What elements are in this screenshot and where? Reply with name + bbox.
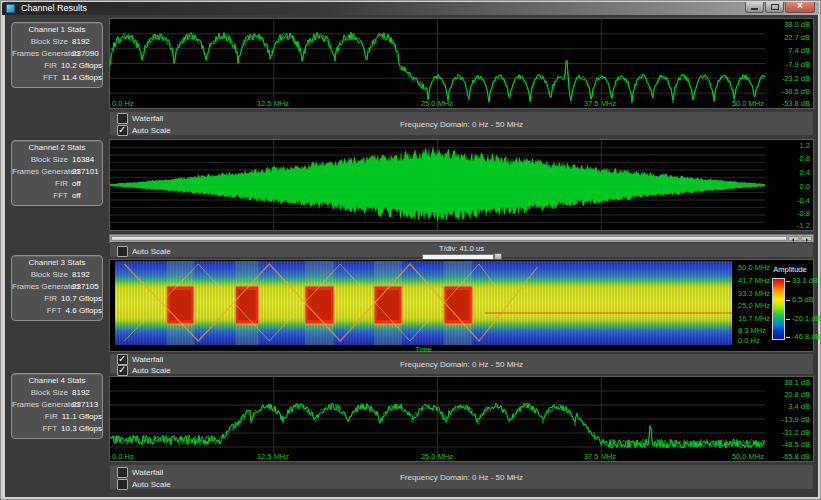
channel-1-stats-panel: Channel 1 Stats Block Size8192 Frames Ge… — [11, 22, 103, 88]
stat-row: Block Size8192 — [12, 36, 102, 48]
channel-2-time-plot[interactable]: 1.2 0.8 0.4 0.0 -0.4 -0.8 -1.2 — [109, 139, 814, 231]
stat-row: Frames Generated237105 — [12, 281, 102, 293]
channel-2-stats-panel: Channel 2 Stats Block Size16384 Frames G… — [11, 140, 103, 206]
stat-row: Frames Generated237113 — [12, 399, 102, 411]
channel-3-stats-panel: Channel 3 Stats Block Size8192 Frames Ge… — [11, 255, 103, 321]
stat-label: FIR — [12, 411, 58, 423]
y-axis-tick: 3.4 dB — [788, 402, 810, 411]
titlebar[interactable]: Channel Results — [2, 2, 819, 15]
spectrogram-area[interactable] — [115, 261, 732, 345]
stat-value: off — [72, 190, 81, 202]
stat-value: 8192 — [72, 387, 90, 399]
y-axis-tick: -1.2 — [797, 221, 810, 230]
autoscale-checkbox-row[interactable]: Auto Scale — [117, 246, 171, 257]
y-axis-tick: -23.2 dB — [782, 74, 810, 83]
y-axis-tick: -65.8 dB — [782, 452, 810, 461]
maximize-button[interactable] — [765, 2, 784, 13]
stat-label: Block Size — [12, 36, 68, 48]
colorbar-tick-mark — [786, 337, 790, 338]
stat-row: FFT4.6 Gflops — [12, 305, 102, 317]
domain-caption: Frequency Domain: 0 Hz - 50 MHz — [110, 473, 813, 482]
stat-value: 8192 — [72, 36, 90, 48]
stat-label: Frames Generated — [12, 166, 68, 178]
y-axis-tick: 0.4 — [800, 168, 810, 177]
y-axis-tick: -48.5 dB — [782, 440, 810, 449]
panel-title: Channel 3 Stats — [12, 256, 102, 269]
stat-value: 237090 — [72, 48, 99, 60]
autoscale-checkbox-label: Auto Scale — [132, 247, 171, 256]
stat-value: 10.3 Gflops — [61, 423, 102, 435]
stat-row: Block Size16384 — [12, 154, 102, 166]
y-axis-tick: 25.0 MHz — [738, 301, 770, 310]
panel-title: Channel 4 Stats — [12, 374, 102, 387]
stat-value: 237101 — [72, 166, 99, 178]
y-axis-labels: 38.0 dB 22.7 dB 7.4 dB -7.9 dB -23.2 dB … — [765, 19, 813, 108]
y-axis-labels: 38.1 dB 20.8 dB 3.4 dB -13.9 dB -31.2 dB… — [765, 377, 813, 461]
channel-4-plot-area[interactable]: 0.0 Hz 12.5 MHz 25.0 MHz 37.5 MHz 50.0 M… — [110, 377, 765, 461]
stat-label: FFT — [12, 423, 57, 435]
stat-value: 237105 — [72, 281, 99, 293]
stat-row: FFT11.4 Gflops — [12, 72, 102, 84]
stat-value: 11.1 Gflops — [62, 411, 102, 423]
channel-4-controls: Waterfall Auto Scale Frequency Domain: 0… — [109, 464, 814, 490]
stat-label: Frames Generated — [12, 399, 68, 411]
stat-label: Block Size — [12, 387, 68, 399]
close-button[interactable] — [785, 2, 815, 13]
stat-row: Frames Generated237090 — [12, 48, 102, 60]
stat-label: Block Size — [12, 154, 68, 166]
y-axis-tick: -53.8 dB — [782, 99, 810, 108]
app-window: Channel Results Channel 1 Stats Block Si… — [0, 0, 821, 500]
stat-value: 11.4 Gflops — [62, 72, 102, 84]
y-axis-tick: 20.8 dB — [784, 390, 810, 399]
y-axis-tick: -38.5 dB — [782, 87, 810, 96]
stat-row: FIR10.2 Gflops — [12, 60, 102, 72]
stat-value: 10.7 Gflops — [61, 293, 102, 305]
channel-2-plot-area[interactable] — [110, 140, 765, 230]
window-title: Channel Results — [21, 3, 87, 13]
stat-label: Block Size — [12, 269, 68, 281]
stat-row: FFToff — [12, 190, 102, 202]
colorbar-tick-mark — [786, 300, 790, 301]
stat-row: FFT10.3 Gflops — [12, 423, 102, 435]
y-axis-tick: -13.9 dB — [782, 415, 810, 424]
tdiv-control: T/div: 41.0 us — [422, 244, 502, 260]
minimize-button[interactable] — [745, 2, 764, 13]
amplitude-colorbar — [772, 278, 785, 340]
stat-row: FIR10.7 Gflops — [12, 293, 102, 305]
channel-1-spectrum-plot[interactable]: 0.0 Hz 12.5 MHz 25.0 MHz 37.5 MHz 50.0 M… — [109, 18, 814, 109]
stat-label: FFT — [12, 72, 58, 84]
colorbar-tick: -20.1 dB — [792, 314, 820, 323]
channel-1-controls: Waterfall Auto Scale Frequency Domain: 0… — [109, 111, 814, 136]
stat-label: FIR — [12, 60, 57, 72]
scroll-right-button[interactable] — [801, 236, 812, 241]
colorbar-tick: -46.8 dB — [792, 332, 820, 341]
stat-value: off — [72, 178, 81, 190]
stat-value: 4.6 Gflops — [66, 305, 102, 317]
stat-value: 10.2 Gflops — [61, 60, 102, 72]
stat-row: Block Size8192 — [12, 269, 102, 281]
stat-label: Frames Generated — [12, 48, 68, 60]
autoscale-checkbox[interactable] — [117, 246, 128, 257]
scroll-left-button[interactable] — [788, 236, 799, 241]
channel-3-waterfall-plot[interactable]: 50.0 MHz 41.7 MHz 33.3 MHz 25.0 MHz 16.7… — [109, 259, 814, 352]
client-area: Channel 1 Stats Block Size8192 Frames Ge… — [5, 15, 818, 497]
tdiv-label: T/div: 41.0 us — [422, 244, 502, 253]
y-axis-tick: -7.9 dB — [786, 60, 810, 69]
y-axis-tick: 22.7 dB — [784, 33, 810, 42]
channel-4-spectrum-plot[interactable]: 0.0 Hz 12.5 MHz 25.0 MHz 37.5 MHz 50.0 M… — [109, 376, 814, 462]
y-axis-tick: 16.7 MHz — [738, 314, 770, 323]
panel-title: Channel 1 Stats — [12, 23, 102, 36]
stat-row: FIR11.1 Gflops — [12, 411, 102, 423]
plots-column: 0.0 Hz 12.5 MHz 25.0 MHz 37.5 MHz 50.0 M… — [109, 15, 814, 497]
y-axis-tick: 0.0 — [800, 182, 810, 191]
y-axis-tick: 38.0 dB — [784, 20, 810, 29]
channel-1-plot-area[interactable]: 0.0 Hz 12.5 MHz 25.0 MHz 37.5 MHz 50.0 M… — [110, 19, 765, 108]
stat-label: FFT — [12, 190, 68, 202]
y-axis-tick: 8.3 MHz — [738, 326, 766, 335]
stat-label: FIR — [12, 293, 57, 305]
y-axis-labels: 1.2 0.8 0.4 0.0 -0.4 -0.8 -1.2 — [765, 140, 813, 230]
stat-label: FFT — [12, 305, 62, 317]
channel-3-controls: Waterfall Auto Scale Frequency Domain: 0… — [109, 353, 814, 375]
scrollbar-thumb[interactable] — [111, 236, 787, 241]
colorbar-title: Amplitude — [765, 265, 815, 274]
